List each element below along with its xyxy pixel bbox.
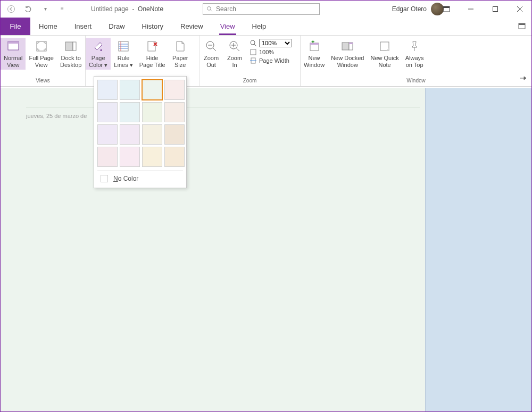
svg-rect-13	[37, 41, 46, 51]
svg-point-0	[8, 5, 15, 12]
hide-title-icon	[145, 39, 160, 54]
color-swatch[interactable]	[164, 80, 185, 100]
svg-rect-41	[349, 43, 353, 44]
ribbon-tabs: File Home Insert Draw History Review Vie…	[1, 18, 531, 36]
no-color-swatch-icon	[101, 175, 108, 182]
svg-rect-15	[73, 42, 76, 51]
user-name: Edgar Otero	[392, 5, 427, 13]
svg-rect-33	[251, 49, 256, 55]
new-docked-window-button[interactable]: New Docked Window	[328, 38, 367, 70]
quick-note-icon	[377, 39, 392, 54]
no-color-option[interactable]: No Color	[97, 170, 183, 184]
new-window-icon: ✦	[307, 39, 322, 54]
search-icon	[206, 6, 213, 12]
pin-icon	[407, 39, 422, 54]
new-quick-note-button[interactable]: New Quick Note	[367, 38, 402, 70]
svg-text:✦: ✦	[311, 39, 315, 45]
normal-view-icon	[6, 39, 21, 54]
svg-line-25	[213, 48, 216, 51]
rule-lines-button[interactable]: Rule Lines ▾	[111, 38, 136, 70]
svg-rect-39	[342, 43, 349, 50]
ribbon: Normal View Full Page View Dock to Deskt…	[1, 36, 531, 87]
color-swatch[interactable]	[142, 102, 162, 122]
page-color-button[interactable]: Page Color ▾	[86, 38, 111, 70]
paper-size-icon	[173, 39, 188, 54]
title-bar: ▾ ≡ Untitled page - OneNote Edgar Otero	[1, 1, 531, 18]
search-box[interactable]	[203, 3, 320, 15]
color-swatch[interactable]	[164, 124, 185, 145]
doc-name: Untitled page	[91, 5, 129, 13]
tab-help[interactable]: Help	[244, 18, 275, 35]
undo-icon[interactable]	[22, 3, 35, 15]
color-swatch[interactable]	[97, 124, 118, 145]
tab-review[interactable]: Review	[172, 18, 212, 35]
color-swatch[interactable]	[97, 80, 118, 100]
svg-line-2	[211, 10, 212, 11]
color-swatch[interactable]	[120, 102, 140, 122]
full-page-view-button[interactable]: Full Page View	[26, 38, 56, 70]
color-swatch[interactable]	[164, 147, 185, 167]
user-account[interactable]: Edgar Otero	[392, 3, 444, 15]
color-swatch[interactable]	[142, 80, 162, 100]
page-canvas[interactable]: jueves, 25 de marzo de	[1, 88, 531, 411]
hide-page-title-button[interactable]: Hide Page Title	[136, 38, 169, 70]
tab-file[interactable]: File	[1, 18, 30, 35]
svg-rect-6	[493, 6, 498, 11]
page-list-pane[interactable]	[425, 88, 531, 411]
back-icon[interactable]	[5, 3, 18, 15]
svg-point-1	[207, 6, 211, 10]
svg-line-28	[236, 48, 239, 51]
zoom-select[interactable]: 100%	[259, 39, 292, 47]
svg-rect-4	[443, 6, 450, 8]
color-swatch[interactable]	[120, 124, 140, 145]
page-width-icon	[250, 57, 257, 64]
maximize-button[interactable]	[488, 2, 503, 16]
svg-rect-12	[8, 41, 19, 44]
page-color-picker: No Color	[94, 76, 187, 188]
dock-icon	[63, 39, 78, 54]
zoom-icon	[250, 39, 257, 47]
zoom-100-button[interactable]: 100%	[250, 48, 292, 56]
always-on-top-button[interactable]: Always on Top	[402, 38, 427, 70]
tab-draw[interactable]: Draw	[100, 18, 133, 35]
group-label-views: Views	[1, 78, 85, 86]
tab-insert[interactable]: Insert	[66, 18, 101, 35]
color-swatch[interactable]	[120, 80, 140, 100]
pin-ribbon-icon[interactable]	[519, 74, 527, 84]
search-input[interactable]	[216, 5, 316, 13]
page-date: jueves, 25 de marzo de	[26, 107, 420, 119]
close-button[interactable]	[512, 2, 527, 16]
page-100-icon	[250, 48, 257, 56]
color-swatch[interactable]	[97, 102, 118, 122]
tab-history[interactable]: History	[134, 18, 172, 35]
color-swatch[interactable]	[97, 147, 118, 167]
svg-rect-10	[519, 23, 525, 25]
page-color-icon	[91, 39, 106, 54]
tab-view[interactable]: View	[212, 18, 244, 35]
group-label-zoom: Zoom	[200, 78, 300, 86]
color-swatch[interactable]	[142, 147, 162, 167]
zoom-combo[interactable]: 100%	[250, 39, 292, 47]
ribbon-display-icon[interactable]	[439, 2, 454, 16]
rule-lines-icon	[116, 39, 131, 54]
dock-to-desktop-button[interactable]: Dock to Desktop	[57, 38, 85, 70]
svg-point-31	[251, 40, 255, 45]
tab-home[interactable]: Home	[30, 18, 66, 35]
minimize-button[interactable]	[463, 2, 478, 16]
zoom-in-button[interactable]: Zoom In	[223, 38, 246, 70]
paper-size-button[interactable]: Paper Size	[169, 38, 192, 70]
zoom-out-icon	[204, 39, 219, 54]
color-swatch[interactable]	[164, 102, 185, 122]
collapse-ribbon-icon[interactable]	[518, 22, 526, 32]
app-name: OneNote	[138, 5, 163, 13]
qat-customize-icon[interactable]: ≡	[56, 3, 69, 15]
color-swatch[interactable]	[120, 147, 140, 167]
color-swatch[interactable]	[142, 124, 162, 145]
normal-view-button[interactable]: Normal View	[1, 38, 26, 70]
docked-window-icon	[340, 39, 355, 54]
new-window-button[interactable]: ✦ New Window	[301, 38, 328, 70]
page-width-button[interactable]: Page Width	[250, 57, 292, 64]
svg-rect-14	[65, 42, 73, 51]
zoom-out-button[interactable]: Zoom Out	[200, 38, 223, 70]
chevron-down-icon[interactable]: ▾	[39, 3, 52, 15]
